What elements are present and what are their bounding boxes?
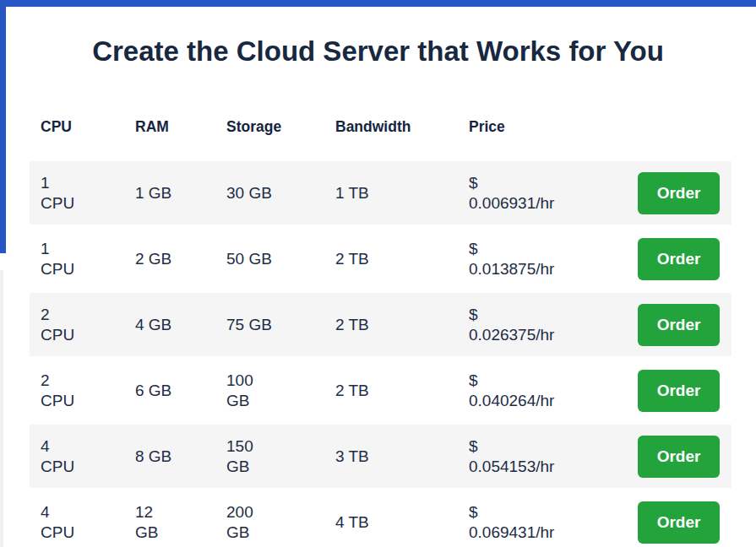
left-edge-strip bbox=[0, 270, 3, 547]
price-rate: 0.013875/hr bbox=[469, 259, 627, 279]
price-rate: 0.040264/hr bbox=[469, 391, 627, 411]
ram-value: 4 GB bbox=[135, 315, 176, 335]
storage-cell: 50 GB bbox=[215, 249, 324, 269]
price-cell: $ 0.013875/hr bbox=[458, 239, 627, 279]
price-currency: $ bbox=[469, 436, 627, 457]
price-rate: 0.006931/hr bbox=[469, 193, 627, 214]
action-cell: Order bbox=[627, 304, 732, 346]
storage-cell: 100 GB bbox=[215, 371, 324, 411]
page-title: Create the Cloud Server that Works for Y… bbox=[0, 35, 756, 68]
cpu-value: 2 CPU bbox=[41, 371, 79, 411]
storage-cell: 200 GB bbox=[215, 502, 324, 543]
price-currency: $ bbox=[469, 173, 627, 193]
price-currency: $ bbox=[469, 305, 627, 325]
top-accent-bar bbox=[0, 0, 756, 7]
column-header-storage: Storage bbox=[215, 118, 324, 136]
price-currency: $ bbox=[469, 239, 627, 259]
order-button[interactable]: Order bbox=[638, 304, 720, 346]
bandwidth-value: 4 TB bbox=[335, 513, 369, 531]
storage-value: 50 GB bbox=[226, 249, 277, 269]
plans-rows: 1 CPU 1 GB 30 GB 1 TB $ 0.006931/hr Orde… bbox=[30, 161, 732, 547]
column-header-price: Price bbox=[458, 118, 627, 136]
storage-value: 100 GB bbox=[226, 371, 277, 411]
action-cell: Order bbox=[627, 501, 732, 544]
storage-value: 30 GB bbox=[226, 183, 277, 203]
ram-value: 1 GB bbox=[135, 183, 176, 203]
price-cell: $ 0.026375/hr bbox=[458, 305, 627, 345]
cpu-cell: 1 CPU bbox=[30, 173, 124, 214]
action-cell: Order bbox=[627, 436, 732, 478]
order-button[interactable]: Order bbox=[638, 238, 720, 280]
ram-cell: 6 GB bbox=[124, 381, 215, 401]
bandwidth-value: 2 TB bbox=[335, 316, 369, 333]
ram-value: 12 GB bbox=[135, 502, 176, 543]
action-cell: Order bbox=[627, 370, 732, 412]
action-cell: Order bbox=[627, 172, 732, 214]
cpu-cell: 2 CPU bbox=[30, 305, 124, 345]
bandwidth-value: 2 TB bbox=[335, 250, 369, 268]
price-cell: $ 0.069431/hr bbox=[458, 502, 627, 543]
cpu-value: 2 CPU bbox=[41, 305, 79, 345]
order-button[interactable]: Order bbox=[638, 436, 720, 478]
price-cell: $ 0.006931/hr bbox=[458, 173, 627, 214]
ram-cell: 1 GB bbox=[124, 183, 215, 203]
storage-cell: 75 GB bbox=[215, 315, 324, 335]
bandwidth-value: 1 TB bbox=[335, 184, 369, 202]
cpu-value: 1 CPU bbox=[41, 239, 79, 279]
bandwidth-cell: 2 TB bbox=[324, 249, 458, 269]
storage-cell: 150 GB bbox=[215, 436, 324, 477]
storage-cell: 30 GB bbox=[215, 183, 324, 203]
plan-row: 4 CPU 12 GB 200 GB 4 TB $ 0.069431/hr Or… bbox=[30, 490, 732, 547]
column-header-cpu: CPU bbox=[30, 118, 124, 136]
bandwidth-cell: 2 TB bbox=[324, 315, 458, 335]
ram-cell: 8 GB bbox=[124, 447, 215, 467]
column-header-ram: RAM bbox=[124, 118, 215, 136]
order-button[interactable]: Order bbox=[638, 370, 720, 412]
order-button[interactable]: Order bbox=[638, 501, 720, 544]
price-currency: $ bbox=[469, 502, 627, 523]
ram-value: 8 GB bbox=[135, 447, 176, 467]
bandwidth-cell: 1 TB bbox=[324, 183, 458, 203]
bandwidth-value: 3 TB bbox=[335, 447, 369, 465]
cpu-value: 1 CPU bbox=[41, 173, 79, 214]
plan-row: 4 CPU 8 GB 150 GB 3 TB $ 0.054153/hr Ord… bbox=[30, 425, 732, 488]
plan-row: 2 CPU 6 GB 100 GB 2 TB $ 0.040264/hr Ord… bbox=[30, 359, 732, 422]
column-header-bandwidth: Bandwidth bbox=[324, 118, 458, 136]
plan-row: 1 CPU 1 GB 30 GB 1 TB $ 0.006931/hr Orde… bbox=[30, 161, 732, 225]
ram-cell: 4 GB bbox=[124, 315, 215, 335]
ram-value: 6 GB bbox=[135, 381, 176, 401]
cpu-cell: 1 CPU bbox=[30, 239, 124, 279]
bandwidth-cell: 3 TB bbox=[324, 447, 458, 467]
cpu-cell: 4 CPU bbox=[30, 436, 124, 477]
price-currency: $ bbox=[469, 371, 627, 391]
bandwidth-cell: 4 TB bbox=[324, 512, 458, 533]
price-cell: $ 0.054153/hr bbox=[458, 436, 627, 477]
storage-value: 150 GB bbox=[226, 436, 277, 477]
ram-cell: 12 GB bbox=[124, 502, 215, 543]
cpu-cell: 4 CPU bbox=[30, 502, 124, 543]
cpu-cell: 2 CPU bbox=[30, 371, 124, 411]
price-rate: 0.054153/hr bbox=[469, 457, 627, 477]
cpu-value: 4 CPU bbox=[41, 502, 79, 543]
plan-row: 2 CPU 4 GB 75 GB 2 TB $ 0.026375/hr Orde… bbox=[30, 293, 732, 356]
bandwidth-cell: 2 TB bbox=[324, 381, 458, 401]
price-rate: 0.069431/hr bbox=[469, 523, 627, 543]
plan-row: 1 CPU 2 GB 50 GB 2 TB $ 0.013875/hr Orde… bbox=[30, 227, 732, 290]
storage-value: 75 GB bbox=[226, 315, 277, 335]
cpu-value: 4 CPU bbox=[41, 436, 79, 477]
ram-value: 2 GB bbox=[135, 249, 176, 269]
price-rate: 0.026375/hr bbox=[469, 325, 627, 345]
table-header-row: CPU RAM Storage Bandwidth Price bbox=[30, 118, 732, 138]
bandwidth-value: 2 TB bbox=[335, 382, 369, 399]
ram-cell: 2 GB bbox=[124, 249, 215, 269]
pricing-table: CPU RAM Storage Bandwidth Price 1 CPU 1 … bbox=[30, 118, 732, 547]
storage-value: 200 GB bbox=[226, 502, 277, 543]
price-cell: $ 0.040264/hr bbox=[458, 371, 627, 411]
action-cell: Order bbox=[627, 238, 732, 280]
order-button[interactable]: Order bbox=[638, 172, 720, 214]
